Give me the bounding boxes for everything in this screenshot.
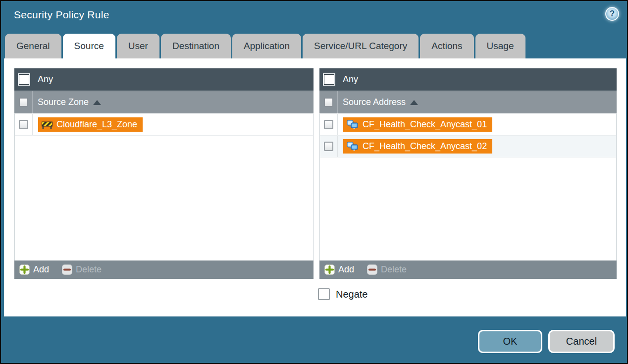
- add-icon: [324, 264, 335, 275]
- source-zone-item[interactable]: Cloudflare_L3_Zone: [38, 117, 143, 132]
- source-address-toolbar: Add Delete: [319, 260, 617, 279]
- help-icon[interactable]: ?: [605, 7, 619, 21]
- source-zone-item-label: Cloudflare_L3_Zone: [56, 119, 137, 130]
- tab-source[interactable]: Source: [63, 34, 115, 59]
- sort-ascending-icon[interactable]: [410, 100, 418, 105]
- tab-service-url-category[interactable]: Service/URL Category: [303, 34, 419, 58]
- source-address-column-header: Source Address: [319, 91, 617, 113]
- source-zone-any-header: Any: [14, 68, 314, 91]
- source-address-item-label: CF_Health_Check_Anycast_02: [363, 141, 487, 152]
- source-zone-row-checkbox[interactable]: [19, 120, 28, 129]
- source-address-any-label: Any: [343, 74, 358, 85]
- table-row: CF_Health_Check_Anycast_01: [320, 114, 616, 136]
- add-address-button[interactable]: Add: [324, 264, 354, 275]
- security-policy-rule-dialog: Security Policy Rule ? General Source Us…: [0, 0, 628, 364]
- add-button-label: Add: [33, 264, 49, 275]
- source-address-any-checkbox[interactable]: [324, 74, 334, 85]
- source-zone-panel: Any Source Zone: [14, 68, 314, 279]
- source-address-item-label: CF_Health_Check_Anycast_01: [363, 119, 487, 130]
- tab-bar: General Source User Destination Applicat…: [5, 34, 525, 58]
- source-address-item-1[interactable]: CF_Health_Check_Anycast_01: [343, 117, 492, 132]
- source-zone-toolbar: Add Delete: [14, 260, 314, 279]
- cancel-button[interactable]: Cancel: [548, 330, 615, 353]
- negate-row: Negate: [318, 288, 368, 300]
- tab-usage[interactable]: Usage: [475, 34, 525, 58]
- source-address-item-2[interactable]: CF_Health_Check_Anycast_02: [343, 139, 492, 154]
- source-address-any-header: Any: [319, 68, 617, 91]
- delete-zone-button[interactable]: Delete: [62, 264, 102, 275]
- ok-button[interactable]: OK: [478, 330, 542, 353]
- source-zone-column-header: Source Zone: [14, 91, 314, 113]
- source-zone-list: Cloudflare_L3_Zone: [14, 113, 314, 260]
- table-row: Cloudflare_L3_Zone: [15, 114, 313, 136]
- sort-ascending-icon[interactable]: [93, 100, 101, 105]
- tab-general[interactable]: General: [5, 34, 61, 58]
- source-zone-select-all-checkbox[interactable]: [19, 98, 28, 107]
- add-icon: [19, 264, 30, 275]
- source-address-row-checkbox-1[interactable]: [324, 120, 333, 129]
- delete-button-label: Delete: [76, 264, 102, 275]
- source-address-select-all-checkbox[interactable]: [324, 98, 333, 107]
- source-address-list: CF_Health_Check_Anycast_01: [319, 113, 617, 260]
- source-zone-any-label: Any: [38, 74, 53, 85]
- tab-application[interactable]: Application: [232, 34, 301, 58]
- delete-icon: [367, 264, 377, 275]
- source-tab-content: Any Source Zone: [4, 58, 626, 316]
- source-zone-any-checkbox[interactable]: [19, 74, 29, 85]
- source-address-column-label[interactable]: Source Address: [343, 97, 406, 107]
- negate-label: Negate: [336, 289, 368, 300]
- add-zone-button[interactable]: Add: [19, 264, 49, 275]
- source-address-row-checkbox-2[interactable]: [324, 142, 333, 151]
- source-address-panel: Any Source Address: [319, 68, 617, 279]
- tab-user[interactable]: User: [117, 34, 159, 58]
- add-button-label: Add: [338, 264, 354, 275]
- zone-icon: [42, 120, 52, 129]
- address-icon: [347, 120, 359, 130]
- delete-button-label: Delete: [381, 264, 407, 275]
- delete-address-button[interactable]: Delete: [367, 264, 407, 275]
- source-zone-column-label[interactable]: Source Zone: [38, 97, 89, 107]
- negate-checkbox[interactable]: [318, 288, 330, 300]
- tab-actions[interactable]: Actions: [420, 34, 473, 58]
- address-icon: [347, 142, 359, 152]
- dialog-title: Security Policy Rule: [14, 9, 109, 21]
- delete-icon: [62, 264, 72, 275]
- tab-destination[interactable]: Destination: [161, 34, 231, 58]
- table-row: CF_Health_Check_Anycast_02: [320, 136, 616, 157]
